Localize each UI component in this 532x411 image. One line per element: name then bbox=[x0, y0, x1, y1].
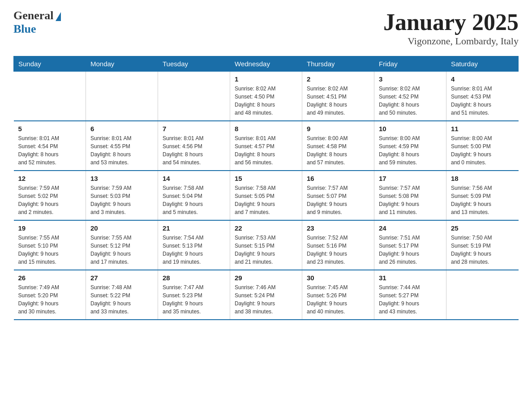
day-info: Sunrise: 7:45 AMSunset: 5:26 PMDaylight:… bbox=[307, 283, 369, 316]
day-number: 19 bbox=[18, 224, 82, 232]
day-info: Sunrise: 7:57 AMSunset: 5:08 PMDaylight:… bbox=[379, 184, 442, 216]
calendar-cell: 16Sunrise: 7:57 AMSunset: 5:07 PMDayligh… bbox=[302, 171, 374, 220]
day-number: 22 bbox=[235, 224, 297, 232]
day-info: Sunrise: 8:02 AMSunset: 4:52 PMDaylight:… bbox=[379, 85, 442, 117]
calendar-cell: 24Sunrise: 7:51 AMSunset: 5:17 PMDayligh… bbox=[374, 220, 446, 270]
day-number: 12 bbox=[18, 175, 82, 182]
header-tuesday: Tuesday bbox=[158, 56, 230, 72]
day-number: 14 bbox=[163, 175, 225, 182]
day-number: 18 bbox=[451, 175, 514, 182]
calendar-location: Vigonzone, Lombardy, Italy bbox=[383, 35, 519, 47]
day-info: Sunrise: 8:01 AMSunset: 4:54 PMDaylight:… bbox=[18, 134, 82, 167]
logo-general-text: General bbox=[13, 9, 54, 22]
day-info: Sunrise: 7:44 AMSunset: 5:27 PMDaylight:… bbox=[379, 283, 442, 316]
calendar-week-row: 26Sunrise: 7:49 AMSunset: 5:20 PMDayligh… bbox=[14, 270, 519, 320]
day-number: 5 bbox=[18, 125, 82, 133]
day-info: Sunrise: 7:57 AMSunset: 5:07 PMDaylight:… bbox=[307, 184, 369, 216]
title-section: January 2025 Vigonzone, Lombardy, Italy bbox=[383, 9, 519, 47]
calendar-table: SundayMondayTuesdayWednesdayThursdayFrid… bbox=[13, 56, 519, 320]
calendar-cell: 26Sunrise: 7:49 AMSunset: 5:20 PMDayligh… bbox=[14, 270, 86, 320]
day-number: 20 bbox=[90, 224, 153, 232]
calendar-cell: 13Sunrise: 7:59 AMSunset: 5:03 PMDayligh… bbox=[86, 171, 158, 220]
calendar-cell: 10Sunrise: 8:00 AMSunset: 4:59 PMDayligh… bbox=[374, 121, 446, 171]
calendar-cell: 11Sunrise: 8:00 AMSunset: 5:00 PMDayligh… bbox=[446, 121, 519, 171]
day-number: 9 bbox=[307, 125, 369, 133]
day-info: Sunrise: 7:50 AMSunset: 5:19 PMDaylight:… bbox=[451, 234, 514, 266]
day-info: Sunrise: 7:56 AMSunset: 5:09 PMDaylight:… bbox=[451, 184, 514, 216]
day-number: 1 bbox=[235, 75, 297, 83]
day-info: Sunrise: 7:47 AMSunset: 5:23 PMDaylight:… bbox=[163, 283, 225, 316]
calendar-week-row: 19Sunrise: 7:55 AMSunset: 5:10 PMDayligh… bbox=[14, 220, 519, 270]
calendar-cell: 25Sunrise: 7:50 AMSunset: 5:19 PMDayligh… bbox=[446, 220, 519, 270]
calendar-cell: 6Sunrise: 8:01 AMSunset: 4:55 PMDaylight… bbox=[86, 121, 158, 171]
day-number: 21 bbox=[163, 224, 225, 232]
header-thursday: Thursday bbox=[302, 56, 374, 72]
day-info: Sunrise: 8:00 AMSunset: 4:58 PMDaylight:… bbox=[307, 134, 369, 167]
day-number: 16 bbox=[307, 175, 369, 182]
day-number: 15 bbox=[235, 175, 297, 182]
day-number: 30 bbox=[307, 274, 369, 282]
day-number: 7 bbox=[163, 125, 225, 133]
day-info: Sunrise: 7:49 AMSunset: 5:20 PMDaylight:… bbox=[18, 283, 82, 316]
day-number: 6 bbox=[90, 125, 153, 133]
day-info: Sunrise: 7:58 AMSunset: 5:04 PMDaylight:… bbox=[163, 184, 225, 216]
calendar-cell bbox=[14, 72, 86, 121]
calendar-cell: 3Sunrise: 8:02 AMSunset: 4:52 PMDaylight… bbox=[374, 72, 446, 121]
header-wednesday: Wednesday bbox=[230, 56, 302, 72]
day-info: Sunrise: 7:59 AMSunset: 5:03 PMDaylight:… bbox=[90, 184, 153, 216]
day-info: Sunrise: 8:01 AMSunset: 4:57 PMDaylight:… bbox=[235, 134, 297, 167]
calendar-cell: 21Sunrise: 7:54 AMSunset: 5:13 PMDayligh… bbox=[158, 220, 230, 270]
calendar-week-row: 1Sunrise: 8:02 AMSunset: 4:50 PMDaylight… bbox=[14, 72, 519, 121]
day-number: 17 bbox=[379, 175, 442, 182]
calendar-cell: 27Sunrise: 7:48 AMSunset: 5:22 PMDayligh… bbox=[86, 270, 158, 320]
calendar-header-row: SundayMondayTuesdayWednesdayThursdayFrid… bbox=[14, 56, 519, 72]
calendar-cell: 30Sunrise: 7:45 AMSunset: 5:26 PMDayligh… bbox=[302, 270, 374, 320]
calendar-cell bbox=[158, 72, 230, 121]
calendar-cell: 1Sunrise: 8:02 AMSunset: 4:50 PMDaylight… bbox=[230, 72, 302, 121]
calendar-cell: 9Sunrise: 8:00 AMSunset: 4:58 PMDaylight… bbox=[302, 121, 374, 171]
calendar-cell: 22Sunrise: 7:53 AMSunset: 5:15 PMDayligh… bbox=[230, 220, 302, 270]
day-info: Sunrise: 7:53 AMSunset: 5:15 PMDaylight:… bbox=[235, 234, 297, 266]
day-info: Sunrise: 7:52 AMSunset: 5:16 PMDaylight:… bbox=[307, 234, 369, 266]
day-number: 2 bbox=[307, 75, 369, 83]
day-info: Sunrise: 8:00 AMSunset: 4:59 PMDaylight:… bbox=[379, 134, 442, 167]
day-number: 10 bbox=[379, 125, 442, 133]
calendar-cell: 19Sunrise: 7:55 AMSunset: 5:10 PMDayligh… bbox=[14, 220, 86, 270]
day-number: 8 bbox=[235, 125, 297, 133]
day-info: Sunrise: 7:58 AMSunset: 5:05 PMDaylight:… bbox=[235, 184, 297, 216]
logo: General Blue bbox=[13, 9, 61, 36]
calendar-cell: 4Sunrise: 8:01 AMSunset: 4:53 PMDaylight… bbox=[446, 72, 519, 121]
calendar-cell: 15Sunrise: 7:58 AMSunset: 5:05 PMDayligh… bbox=[230, 171, 302, 220]
calendar-cell: 5Sunrise: 8:01 AMSunset: 4:54 PMDaylight… bbox=[14, 121, 86, 171]
day-number: 23 bbox=[307, 224, 369, 232]
page-header: General Blue January 2025 Vigonzone, Lom… bbox=[13, 9, 519, 47]
calendar-cell: 31Sunrise: 7:44 AMSunset: 5:27 PMDayligh… bbox=[374, 270, 446, 320]
calendar-week-row: 5Sunrise: 8:01 AMSunset: 4:54 PMDaylight… bbox=[14, 121, 519, 171]
day-number: 27 bbox=[90, 274, 153, 282]
calendar-cell: 29Sunrise: 7:46 AMSunset: 5:24 PMDayligh… bbox=[230, 270, 302, 320]
calendar-week-row: 12Sunrise: 7:59 AMSunset: 5:02 PMDayligh… bbox=[14, 171, 519, 220]
day-number: 31 bbox=[379, 274, 442, 282]
calendar-cell: 28Sunrise: 7:47 AMSunset: 5:23 PMDayligh… bbox=[158, 270, 230, 320]
calendar-cell: 17Sunrise: 7:57 AMSunset: 5:08 PMDayligh… bbox=[374, 171, 446, 220]
day-number: 13 bbox=[90, 175, 153, 182]
day-number: 24 bbox=[379, 224, 442, 232]
calendar-cell: 23Sunrise: 7:52 AMSunset: 5:16 PMDayligh… bbox=[302, 220, 374, 270]
day-number: 28 bbox=[163, 274, 225, 282]
calendar-cell: 20Sunrise: 7:55 AMSunset: 5:12 PMDayligh… bbox=[86, 220, 158, 270]
header-monday: Monday bbox=[86, 56, 158, 72]
day-info: Sunrise: 7:55 AMSunset: 5:12 PMDaylight:… bbox=[90, 234, 153, 266]
day-info: Sunrise: 8:00 AMSunset: 5:00 PMDaylight:… bbox=[451, 134, 514, 167]
day-info: Sunrise: 8:02 AMSunset: 4:51 PMDaylight:… bbox=[307, 85, 369, 117]
calendar-cell: 18Sunrise: 7:56 AMSunset: 5:09 PMDayligh… bbox=[446, 171, 519, 220]
logo-triangle-icon bbox=[56, 12, 61, 21]
day-number: 11 bbox=[451, 125, 514, 133]
header-sunday: Sunday bbox=[14, 56, 86, 72]
calendar-cell: 2Sunrise: 8:02 AMSunset: 4:51 PMDaylight… bbox=[302, 72, 374, 121]
day-info: Sunrise: 7:54 AMSunset: 5:13 PMDaylight:… bbox=[163, 234, 225, 266]
day-info: Sunrise: 7:46 AMSunset: 5:24 PMDaylight:… bbox=[235, 283, 297, 316]
day-info: Sunrise: 8:01 AMSunset: 4:55 PMDaylight:… bbox=[90, 134, 153, 167]
calendar-title: January 2025 bbox=[383, 9, 519, 35]
header-saturday: Saturday bbox=[446, 56, 519, 72]
calendar-cell: 8Sunrise: 8:01 AMSunset: 4:57 PMDaylight… bbox=[230, 121, 302, 171]
